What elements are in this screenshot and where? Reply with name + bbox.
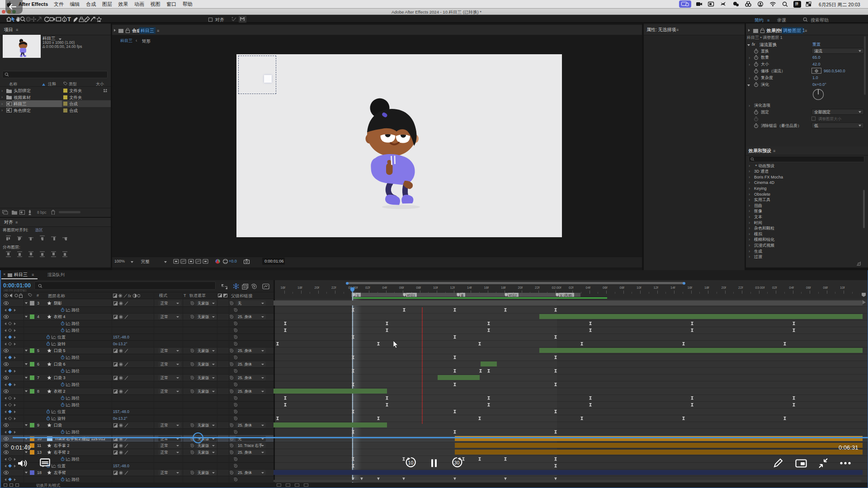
svg-text:fx: fx: [128, 294, 132, 298]
svg-text:30: 30: [454, 460, 460, 465]
svg-text:10: 10: [408, 460, 414, 465]
